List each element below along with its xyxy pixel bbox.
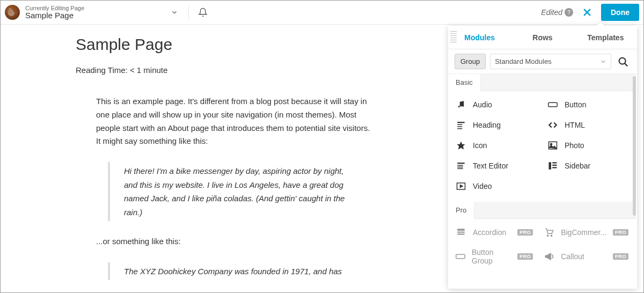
callout-icon (544, 252, 554, 261)
svg-rect-19 (552, 162, 557, 163)
pro-badge: PRO (517, 229, 533, 236)
module-group-select[interactable]: Standard Modules (490, 54, 611, 69)
module-callout[interactable]: Callout PRO (538, 243, 634, 270)
pro-badge: PRO (613, 253, 628, 260)
module-bigcommerce[interactable]: BigCommer... PRO (538, 222, 634, 243)
star-icon (456, 141, 466, 150)
chevron-down-icon (171, 9, 178, 16)
panel-scrollbar[interactable] (633, 76, 636, 216)
tab-templates[interactable]: Templates (574, 26, 637, 49)
svg-point-28 (551, 235, 552, 236)
chevron-down-icon (600, 58, 606, 65)
tab-rows[interactable]: Rows (511, 26, 574, 49)
group-button[interactable]: Group (455, 54, 486, 69)
module-html[interactable]: HTML (542, 115, 634, 135)
section-basic-header: Basic (448, 74, 636, 91)
module-accordion[interactable]: Accordion PRO (450, 222, 538, 243)
svg-rect-18 (549, 162, 552, 170)
panel-tabs: Modules Rows Templates (448, 26, 637, 49)
svg-rect-26 (457, 233, 465, 235)
svg-rect-17 (457, 169, 463, 170)
section-pro-label[interactable]: Pro (448, 202, 474, 219)
blockquote-2: The XYZ Doohickey Company was founded in… (108, 262, 355, 281)
module-photo[interactable]: Photo (542, 135, 634, 156)
svg-rect-7 (457, 122, 465, 123)
page-content: Sample Page Reading Time: < 1 minute Thi… (1, 25, 425, 280)
svg-rect-29 (456, 254, 465, 259)
pro-badge: PRO (517, 253, 533, 260)
cart-icon (544, 228, 554, 237)
text-icon (456, 161, 466, 171)
svg-rect-24 (457, 229, 465, 231)
module-button-group[interactable]: Button Group PRO (450, 243, 538, 270)
transition-paragraph: ...or something like this: (96, 235, 375, 248)
app-logo: 🦫 (5, 5, 20, 20)
select-value: Standard Modules (495, 57, 552, 65)
svg-line-3 (625, 63, 627, 66)
drag-handle[interactable] (450, 31, 457, 42)
svg-rect-8 (457, 124, 462, 126)
svg-point-27 (547, 235, 548, 236)
tab-modules[interactable]: Modules (448, 26, 511, 49)
page-title: Sample Page (76, 35, 425, 54)
svg-rect-14 (457, 163, 465, 164)
page-dropdown-toggle[interactable] (166, 4, 183, 21)
page-title-block[interactable]: Currently Editing Page Sample Page (25, 5, 84, 20)
module-icon[interactable]: Icon (450, 135, 542, 156)
button-icon (547, 101, 558, 108)
button-group-icon (456, 253, 465, 260)
close-icon (582, 7, 592, 18)
svg-rect-16 (457, 167, 463, 168)
panel-scroll[interactable]: Basic Audio Button (448, 74, 637, 289)
reading-time: Reading Time: < 1 minute (76, 65, 425, 75)
module-video[interactable]: Video (450, 176, 542, 196)
svg-rect-25 (457, 232, 465, 233)
module-button[interactable]: Button (542, 94, 634, 115)
pro-badge: PRO (613, 229, 628, 236)
svg-marker-23 (460, 185, 463, 188)
photo-icon (547, 141, 558, 150)
video-icon (456, 181, 466, 191)
svg-point-13 (551, 143, 552, 145)
help-icon[interactable]: ? (565, 8, 573, 17)
svg-rect-10 (457, 128, 462, 129)
done-button[interactable]: Done (601, 4, 639, 21)
pro-module-grid: Accordion PRO BigCommer... PRO Button Gr… (448, 219, 636, 276)
content-panel: Modules Rows Templates Group Standard Mo… (448, 26, 637, 289)
svg-rect-9 (457, 126, 462, 127)
section-pro-header: Pro (448, 202, 636, 219)
notifications-button[interactable] (194, 4, 211, 21)
module-audio[interactable]: Audio (450, 94, 542, 115)
heading-icon (456, 120, 466, 130)
section-basic-label[interactable]: Basic (448, 74, 481, 91)
intro-paragraph: This is an example page. It's different … (96, 95, 375, 148)
search-icon (617, 56, 629, 68)
panel-body: Basic Audio Button (448, 74, 637, 289)
svg-rect-21 (552, 167, 557, 168)
module-heading[interactable]: Heading (450, 115, 542, 135)
bell-icon (198, 8, 208, 17)
svg-rect-20 (552, 165, 557, 166)
edited-status: Edited ? (541, 8, 573, 17)
module-sidebar[interactable]: Sidebar (542, 156, 634, 176)
page-name: Sample Page (25, 11, 84, 20)
top-bar: 🦫 Currently Editing Page Sample Page Edi… (1, 1, 643, 25)
search-button[interactable] (616, 56, 631, 68)
audio-icon (456, 100, 466, 109)
html-icon (547, 120, 558, 130)
module-text-editor[interactable]: Text Editor (450, 156, 542, 176)
svg-rect-15 (457, 165, 463, 166)
svg-point-2 (619, 57, 626, 64)
svg-marker-11 (457, 142, 465, 150)
accordion-icon (456, 228, 466, 237)
panel-filter-row: Group Standard Modules (448, 49, 637, 74)
svg-point-5 (462, 105, 464, 107)
blockquote-1: Hi there! I'm a bike messenger by day, a… (108, 162, 355, 221)
basic-module-grid: Audio Button Heading (448, 91, 636, 202)
divider (188, 5, 189, 20)
editing-label: Currently Editing Page (25, 5, 84, 11)
close-panel-button[interactable] (576, 7, 598, 18)
svg-point-4 (458, 106, 460, 107)
sidebar-icon (547, 161, 558, 171)
svg-rect-6 (548, 102, 558, 107)
